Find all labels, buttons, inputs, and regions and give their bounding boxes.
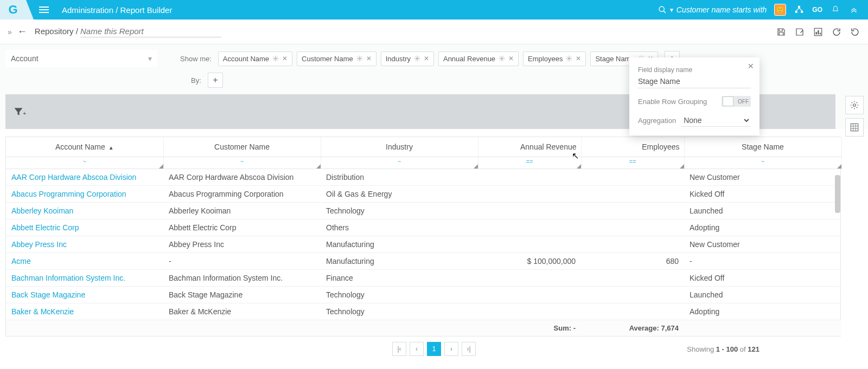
column-pills: Account Name ✕Customer Name ✕Industry ✕A… <box>218 51 658 66</box>
add-groupby-button[interactable]: + <box>208 73 223 88</box>
breadcrumb[interactable]: Administration / Report Builder <box>62 5 172 15</box>
vertical-scrollbar[interactable] <box>835 175 840 213</box>
col-header-employees[interactable]: Employees <box>581 137 684 157</box>
cell-account[interactable]: Abberley Kooiman <box>6 203 163 219</box>
redo-icon[interactable] <box>850 27 860 37</box>
pager-last[interactable]: ›| <box>462 342 476 356</box>
search-placeholder: Customer name starts with <box>676 5 767 14</box>
pager-next[interactable]: › <box>444 342 458 356</box>
filter-icon[interactable]: + <box>13 106 26 117</box>
cell-revenue <box>478 186 581 203</box>
save-icon[interactable] <box>776 27 787 37</box>
repo-label[interactable]: Repository <box>35 27 74 36</box>
col-header-customer[interactable]: Customer Name <box>163 137 321 157</box>
row-grouping-row: Enable Row Grouping OFF <box>638 96 751 107</box>
cell-customer: Abbey Press Inc <box>163 236 321 253</box>
close-icon[interactable]: ✕ <box>424 55 429 62</box>
column-pill[interactable]: Account Name ✕ <box>218 51 292 66</box>
gear-icon[interactable] <box>414 55 420 62</box>
cell-revenue <box>478 287 581 303</box>
field-display-label: Field display name <box>638 66 751 74</box>
app-logo[interactable]: G <box>8 3 17 17</box>
col-header-revenue[interactable]: Annual Revenue <box>478 137 581 157</box>
top-right-tools: ▼ Customer name starts with 🙂 GO <box>658 4 868 16</box>
gear-icon[interactable] <box>272 55 279 62</box>
back-arrow-icon[interactable]: ← <box>17 26 27 37</box>
row-grouping-label: Enable Row Grouping <box>638 98 707 106</box>
close-icon[interactable]: ✕ <box>366 55 372 62</box>
plus-icon: + <box>23 110 26 116</box>
bell-icon[interactable] <box>830 4 841 15</box>
filter-cell[interactable]: ~ <box>163 157 321 169</box>
menu-icon[interactable] <box>39 5 49 15</box>
filter-cell[interactable]: == <box>581 157 684 169</box>
cell-employees <box>581 270 684 287</box>
config-row-by: By: + <box>191 73 863 92</box>
pager-first[interactable]: |‹ <box>392 342 406 356</box>
filter-cell[interactable]: ~ <box>321 157 478 169</box>
svg-rect-6 <box>816 32 817 35</box>
show-me-label: Show me: <box>180 55 212 63</box>
toggle-state: OFF <box>738 99 749 105</box>
avatar[interactable]: 🙂 <box>774 4 786 16</box>
cell-account[interactable]: Baker & McKenzie <box>6 303 163 320</box>
col-header-industry[interactable]: Industry <box>321 137 478 157</box>
org-icon[interactable] <box>794 4 805 15</box>
column-pill[interactable]: Annual Revenue ✕ <box>438 51 519 66</box>
pager-prev[interactable]: ‹ <box>410 342 424 356</box>
cell-stage: Launched <box>684 287 841 303</box>
close-icon[interactable]: ✕ <box>508 55 514 62</box>
settings-gear-button[interactable] <box>845 96 864 114</box>
expand-right-icon[interactable]: » <box>8 28 12 36</box>
filter-cell[interactable]: ~ <box>684 157 841 169</box>
gear-icon[interactable] <box>566 55 572 62</box>
repo-breadcrumb: Repository / <box>35 27 221 37</box>
field-display-input[interactable] <box>638 76 751 88</box>
cell-employees <box>581 219 684 236</box>
close-icon[interactable]: ✕ <box>282 55 288 62</box>
column-pill[interactable]: Customer Name ✕ <box>297 51 376 66</box>
cell-revenue <box>478 219 581 236</box>
cell-account[interactable]: Abacus Programming Corporation <box>6 186 163 203</box>
col-header-account[interactable]: Account Name▲ <box>6 137 163 157</box>
cell-account[interactable]: Acme <box>6 253 163 270</box>
table-body: AAR Corp Hardware Abscoa Division AAR Co… <box>6 169 841 320</box>
go-button[interactable]: GO <box>812 4 822 15</box>
grid-view-button[interactable] <box>845 118 864 137</box>
close-icon[interactable]: ✕ <box>748 62 754 70</box>
close-icon[interactable]: ✕ <box>576 55 581 62</box>
footer-avg: Average: 7,674 <box>581 320 684 336</box>
undo-icon[interactable] <box>831 27 842 37</box>
table-row: Bachman Information System Inc. Bachman … <box>6 270 841 287</box>
table-row: Acme - Manufacturing $ 100,000,000 680 - <box>6 253 841 270</box>
svg-rect-7 <box>818 30 819 35</box>
row-grouping-toggle[interactable]: OFF <box>722 96 751 107</box>
cell-employees <box>581 186 684 203</box>
cell-stage: Launched <box>684 203 841 219</box>
pager-page-current[interactable]: 1 <box>427 342 441 356</box>
cell-employees <box>581 236 684 253</box>
chart-icon[interactable] <box>813 27 824 37</box>
search-icon <box>658 5 667 14</box>
report-name-input[interactable] <box>80 27 221 37</box>
aggregation-select[interactable]: None <box>681 114 751 127</box>
cell-revenue <box>478 303 581 320</box>
cell-account[interactable]: Bachman Information System Inc. <box>6 270 163 287</box>
cell-account[interactable]: Back Stage Magazine <box>6 287 163 303</box>
global-search[interactable]: ▼ Customer name starts with <box>658 5 767 14</box>
pill-label: Annual Revenue <box>443 55 495 63</box>
save-as-icon[interactable] <box>794 27 805 37</box>
column-pill[interactable]: Industry ✕ <box>381 51 434 66</box>
gear-icon[interactable] <box>499 55 505 62</box>
cell-account[interactable]: Abbey Press Inc <box>6 236 163 253</box>
table-row: Abacus Programming Corporation Abacus Pr… <box>6 186 841 203</box>
object-select[interactable]: Account ▾ <box>5 50 157 67</box>
cell-account[interactable]: Abbett Electric Corp <box>6 219 163 236</box>
filter-cell[interactable]: ~ <box>6 157 163 169</box>
col-header-stage[interactable]: Stage Name <box>684 137 841 157</box>
gear-icon[interactable] <box>356 55 363 62</box>
column-pill[interactable]: Employees ✕ <box>523 51 586 66</box>
collapse-up-icon[interactable] <box>848 4 859 15</box>
filter-cell[interactable]: == <box>478 157 581 169</box>
cell-account[interactable]: AAR Corp Hardware Abscoa Division <box>6 169 163 186</box>
